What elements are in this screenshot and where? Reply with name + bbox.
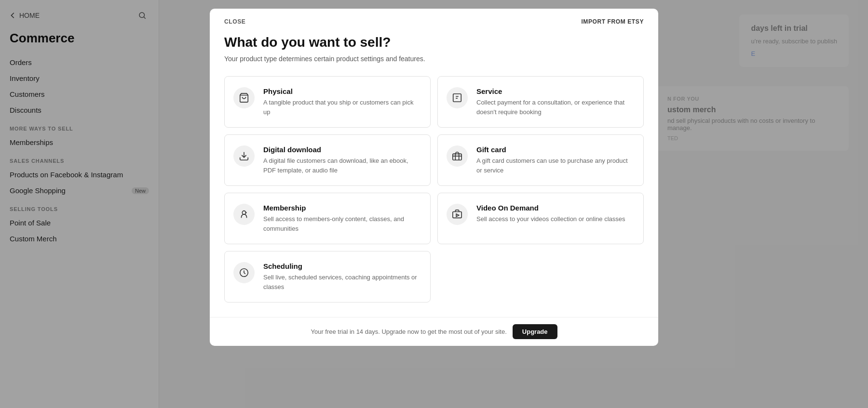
modal-body: What do you want to sell? Your product t… <box>210 30 658 317</box>
product-desc-digital: A digital file customers can download, l… <box>263 156 420 175</box>
svg-rect-7 <box>453 154 461 160</box>
modal-subtitle: Your product type determines certain pro… <box>224 55 644 63</box>
product-card-giftcard[interactable]: Gift card A gift card customers can use … <box>437 134 644 186</box>
product-card-physical[interactable]: Physical A tangible product that you shi… <box>224 76 431 128</box>
product-info-giftcard: Gift card A gift card customers can use … <box>476 145 633 175</box>
product-desc-video: Sell access to your videos collection or… <box>476 214 625 224</box>
modal-footer: Your free trial in 14 days. Upgrade now … <box>210 317 658 346</box>
product-name-membership: Membership <box>263 204 420 212</box>
close-button[interactable]: CLOSE <box>224 18 245 25</box>
upgrade-button[interactable]: Upgrade <box>513 324 557 339</box>
import-from-etsy-button[interactable]: IMPORT FROM ETSY <box>581 18 644 25</box>
product-desc-service: Collect payment for a consultation, or e… <box>476 98 633 117</box>
product-card-video[interactable]: Video On Demand Sell access to your vide… <box>437 193 644 244</box>
product-grid: Physical A tangible product that you shi… <box>224 76 644 303</box>
svg-point-9 <box>242 211 245 214</box>
product-name-video: Video On Demand <box>476 204 625 212</box>
product-card-digital[interactable]: Digital download A digital file customer… <box>224 134 431 186</box>
product-icon-giftcard <box>447 145 468 167</box>
product-info-membership: Membership Sell access to members-only c… <box>263 204 420 233</box>
product-icon-physical <box>233 87 255 108</box>
product-name-physical: Physical <box>263 87 420 95</box>
product-name-service: Service <box>476 87 633 95</box>
product-card-membership[interactable]: Membership Sell access to members-only c… <box>224 193 431 244</box>
product-info-digital: Digital download A digital file customer… <box>263 145 420 175</box>
modal-title: What do you want to sell? <box>224 35 644 50</box>
product-name-scheduling: Scheduling <box>263 262 420 270</box>
modal: CLOSE IMPORT FROM ETSY What do you want … <box>210 9 658 346</box>
product-desc-membership: Sell access to members-only content, cla… <box>263 214 420 233</box>
product-name-giftcard: Gift card <box>476 145 633 154</box>
product-info-service: Service Collect payment for a consultati… <box>476 87 633 117</box>
product-name-digital: Digital download <box>263 145 420 154</box>
footer-text: Your free trial in 14 days. Upgrade now … <box>311 328 506 335</box>
product-icon-video <box>447 204 468 225</box>
svg-rect-3 <box>453 94 461 102</box>
product-card-service[interactable]: Service Collect payment for a consultati… <box>437 76 644 128</box>
product-desc-physical: A tangible product that you ship or cust… <box>263 98 420 117</box>
product-info-physical: Physical A tangible product that you shi… <box>263 87 420 117</box>
product-icon-service <box>447 87 468 108</box>
product-icon-membership <box>233 204 255 225</box>
product-info-video: Video On Demand Sell access to your vide… <box>476 204 625 224</box>
svg-marker-11 <box>456 214 459 217</box>
product-icon-digital <box>233 145 255 167</box>
product-info-scheduling: Scheduling Sell live, scheduled services… <box>263 262 420 291</box>
product-desc-giftcard: A gift card customers can use to purchas… <box>476 156 633 175</box>
modal-header: CLOSE IMPORT FROM ETSY <box>210 9 658 30</box>
product-icon-scheduling <box>233 262 255 283</box>
product-desc-scheduling: Sell live, scheduled services, coaching … <box>263 273 420 291</box>
product-card-scheduling[interactable]: Scheduling Sell live, scheduled services… <box>224 251 431 303</box>
